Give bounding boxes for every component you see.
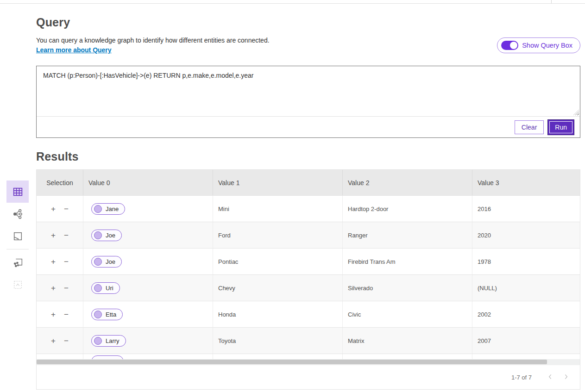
cell-value3: 1978	[472, 249, 580, 274]
remove-from-selection-button[interactable]: −	[62, 283, 70, 293]
entity-pill[interactable]: Larry	[91, 335, 126, 347]
column-header-value2: Value 2	[342, 170, 472, 195]
horizontal-scrollbar	[37, 359, 580, 365]
entity-pill[interactable]	[91, 355, 124, 359]
cell-value3: 2020	[472, 222, 580, 248]
header-divider-tick	[551, 0, 552, 4]
cell-value2: Matrix	[342, 328, 472, 354]
entity-node-icon	[94, 284, 102, 292]
cell-value3: 2016	[472, 196, 580, 222]
map-icon	[12, 230, 24, 242]
add-to-selection-button[interactable]: +	[49, 257, 57, 267]
column-header-value3: Value 3	[472, 170, 580, 195]
remove-from-selection-button[interactable]: −	[62, 230, 70, 240]
horizontal-scrollbar-thumb[interactable]	[37, 360, 547, 364]
entity-pill-label: Jane	[106, 205, 119, 212]
table-body: + − Jane Mini Hardtop 2-door 2016 + − Jo…	[37, 195, 580, 354]
table-footer: 1-7 of 7	[37, 365, 580, 389]
entity-node-icon	[94, 337, 102, 345]
sidebar-item-selection-tool	[6, 274, 29, 296]
column-header-selection: Selection	[37, 170, 83, 195]
table-row: + − Joe Pontiac Firebird Trans Am 1978	[37, 248, 580, 274]
cell-value1: Pontiac	[213, 249, 342, 274]
add-to-selection-button[interactable]: +	[49, 310, 57, 319]
chevron-left-icon	[547, 373, 554, 380]
cell-value2: Firebird Trans Am	[342, 249, 472, 274]
next-page-button[interactable]	[561, 372, 571, 383]
entity-pill[interactable]: Jane	[91, 203, 125, 215]
add-to-selection-button[interactable]: +	[49, 336, 57, 346]
chevron-right-icon	[562, 373, 570, 380]
add-to-selection-button[interactable]: +	[49, 204, 57, 214]
remove-from-selection-button[interactable]: −	[62, 257, 70, 267]
entity-node-icon	[94, 311, 102, 318]
toggle-label: Show Query Box	[522, 42, 572, 49]
cell-value1: Chevy	[213, 275, 342, 301]
remove-from-selection-button[interactable]: −	[62, 310, 70, 319]
sidebar-divider	[6, 249, 29, 249]
table-row: + − Uri Chevy Silverado (NULL)	[37, 274, 580, 301]
toggle-switch-icon[interactable]	[501, 41, 518, 50]
entity-pill[interactable]: Uri	[91, 282, 120, 294]
results-view-sidebar	[6, 180, 29, 296]
entity-pill-label: Joe	[106, 258, 115, 265]
map-add-icon	[12, 257, 24, 268]
remove-from-selection-button[interactable]: −	[62, 204, 70, 214]
sidebar-item-map-view[interactable]	[6, 225, 29, 247]
entity-node-icon	[94, 205, 102, 213]
entity-node-icon	[94, 231, 102, 239]
cell-value1: Mini	[213, 196, 342, 222]
top-divider	[0, 0, 585, 4]
cell-value1: Honda	[213, 301, 342, 327]
query-section-title: Query	[36, 16, 70, 29]
query-box: MATCH (p:Person)-[:HasVehicle]->(e) RETU…	[36, 66, 580, 138]
sidebar-item-link-chart-view[interactable]	[6, 203, 29, 225]
cell-value2: Hardtop 2-door	[342, 196, 472, 222]
sidebar-item-table-view[interactable]	[6, 180, 29, 203]
previous-page-button[interactable]	[546, 372, 555, 383]
results-table: Selection Value 0 Value 1 Value 2 Value …	[36, 169, 580, 390]
remove-from-selection-button[interactable]: −	[62, 336, 70, 346]
cell-value3: (NULL)	[472, 275, 580, 301]
sidebar-item-add-to-map[interactable]	[6, 251, 29, 274]
toggle-knob	[510, 42, 517, 49]
add-to-selection-button[interactable]: +	[49, 230, 57, 240]
pagination-range: 1-7 of 7	[511, 374, 532, 381]
selection-icon	[12, 279, 24, 291]
cell-value3: 2007	[472, 328, 580, 354]
table-row: + − Joe Ford Ranger 2020	[37, 222, 580, 248]
table-icon	[12, 186, 24, 198]
table-header-row: Selection Value 0 Value 1 Value 2 Value …	[37, 170, 580, 195]
cell-value1: Toyota	[213, 328, 342, 354]
cell-value3: 2002	[472, 301, 580, 327]
link-chart-icon	[12, 208, 24, 220]
learn-more-link[interactable]: Learn more about Query	[36, 46, 112, 54]
run-button[interactable]: Run	[547, 119, 574, 135]
entity-pill-label: Uri	[106, 285, 113, 292]
table-row-partial	[37, 354, 580, 359]
query-description: You can query a knowledge graph to ident…	[36, 37, 270, 44]
results-section-title: Results	[36, 150, 79, 163]
cell-value1: Ford	[213, 222, 342, 248]
add-to-selection-button[interactable]: +	[49, 283, 57, 293]
entity-pill-label: Larry	[106, 337, 120, 344]
entity-pill-label: Joe	[106, 232, 115, 239]
query-input[interactable]: MATCH (p:Person)-[:HasVehicle]->(e) RETU…	[37, 66, 580, 116]
column-header-value1: Value 1	[213, 170, 342, 195]
clear-button[interactable]: Clear	[515, 120, 544, 134]
show-query-box-toggle[interactable]: Show Query Box	[497, 37, 580, 53]
table-row: + − Etta Honda Civic 2002	[37, 301, 580, 327]
table-row: + − Larry Toyota Matrix 2007	[37, 327, 580, 354]
entity-pill-label: Etta	[106, 311, 116, 318]
entity-pill[interactable]: Etta	[91, 309, 123, 320]
entity-node-icon	[94, 258, 102, 266]
cell-value2: Ranger	[342, 222, 472, 248]
entity-pill[interactable]: Joe	[91, 256, 122, 268]
table-row: + − Jane Mini Hardtop 2-door 2016	[37, 195, 580, 222]
cell-value2: Civic	[342, 301, 472, 327]
entity-pill[interactable]: Joe	[91, 230, 122, 241]
column-header-value0: Value 0	[83, 170, 213, 195]
cell-value2: Silverado	[342, 275, 472, 301]
